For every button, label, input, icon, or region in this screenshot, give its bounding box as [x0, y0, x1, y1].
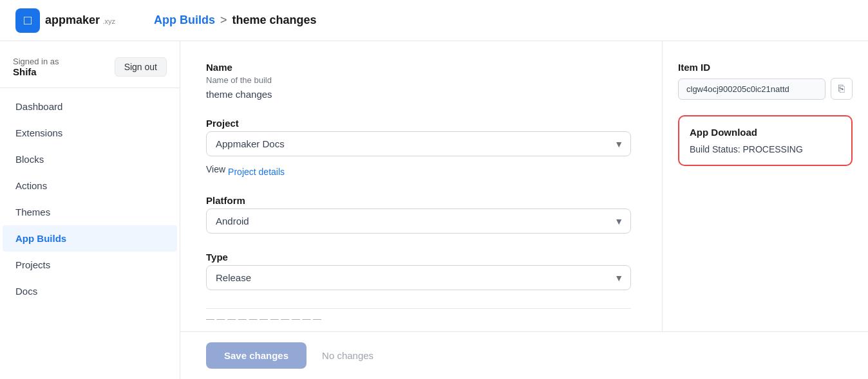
item-id-section: Item ID ⎘	[678, 62, 853, 100]
app-download-card: App Download Build Status: PROCESSING	[678, 115, 853, 166]
main-content: Name Name of the build theme changes Pro…	[180, 41, 662, 331]
user-info: Signed in as Shifa	[13, 57, 59, 77]
signed-in-label: Signed in as	[13, 57, 59, 66]
sidebar-item-blocks[interactable]: Blocks	[3, 146, 177, 172]
type-select[interactable]: Release Debug	[206, 265, 631, 290]
type-field-group: Type Release Debug ▼	[206, 252, 631, 290]
build-status-value: PROCESSING	[743, 144, 803, 154]
layout: Signed in as Shifa Sign out Dashboard Ex…	[0, 41, 868, 379]
logo-icon: □	[15, 8, 40, 33]
breadcrumb-app-builds-link[interactable]: App Builds	[154, 14, 215, 27]
username: Shifa	[13, 66, 59, 77]
platform-label: Platform	[206, 195, 631, 206]
project-label: Project	[206, 118, 631, 129]
header: □ appmaker .xyz App Builds > theme chang…	[0, 0, 868, 41]
no-changes-text: No changes	[322, 350, 373, 361]
type-label: Type	[206, 252, 631, 263]
name-label: Name	[206, 62, 631, 73]
sidebar-item-dashboard[interactable]: Dashboard	[3, 93, 177, 120]
build-status-prefix: Build Status:	[690, 144, 741, 154]
platform-field-group: Platform Android iOS ▼	[206, 195, 631, 234]
sidebar-nav: Dashboard Extensions Blocks Actions Them…	[0, 93, 180, 304]
type-select-wrapper: Release Debug ▼	[206, 265, 631, 290]
footer-bar: Save changes No changes	[180, 331, 868, 379]
item-id-row: ⎘	[678, 78, 853, 100]
breadcrumb: App Builds > theme changes	[154, 14, 317, 27]
sign-out-button[interactable]: Sign out	[115, 57, 167, 77]
build-status: Build Status: PROCESSING	[690, 144, 841, 154]
view-project-details-link[interactable]: Project details	[228, 167, 285, 177]
right-panel: Item ID ⎘ App Download Build Status: PRO…	[662, 41, 868, 331]
sidebar-item-extensions[interactable]: Extensions	[3, 120, 177, 146]
view-project-prefix: View	[206, 164, 225, 174]
project-field-group: Project Appmaker Docs ▼ View Project det…	[206, 118, 631, 177]
breadcrumb-current-page: theme changes	[232, 14, 317, 27]
truncated-hint: — — — — — — — — — — —	[206, 308, 631, 324]
save-changes-button[interactable]: Save changes	[206, 342, 307, 369]
platform-select-wrapper: Android iOS ▼	[206, 208, 631, 234]
platform-select[interactable]: Android iOS	[206, 208, 631, 234]
item-id-input[interactable]	[678, 79, 826, 100]
sidebar-item-projects[interactable]: Projects	[3, 252, 177, 278]
project-select-wrapper: Appmaker Docs ▼	[206, 131, 631, 156]
copy-item-id-button[interactable]: ⎘	[831, 78, 853, 100]
sidebar: Signed in as Shifa Sign out Dashboard Ex…	[0, 41, 180, 379]
app-download-title: App Download	[690, 127, 841, 138]
item-id-label: Item ID	[678, 62, 853, 73]
sidebar-item-docs[interactable]: Docs	[3, 278, 177, 304]
sidebar-item-app-builds[interactable]: App Builds	[3, 225, 177, 252]
sidebar-item-themes[interactable]: Themes	[3, 199, 177, 225]
name-value: theme changes	[206, 89, 631, 100]
project-select[interactable]: Appmaker Docs	[206, 131, 631, 156]
name-field-group: Name Name of the build theme changes	[206, 62, 631, 100]
copy-icon: ⎘	[838, 83, 845, 95]
name-sublabel: Name of the build	[206, 75, 631, 85]
logo-text: appmaker .xyz	[45, 14, 115, 27]
breadcrumb-separator: >	[220, 14, 227, 27]
form-section: Name Name of the build theme changes Pro…	[206, 62, 631, 324]
user-section: Signed in as Shifa Sign out	[0, 51, 180, 88]
logo[interactable]: □ appmaker .xyz	[15, 8, 115, 33]
sidebar-item-actions[interactable]: Actions	[3, 172, 177, 199]
